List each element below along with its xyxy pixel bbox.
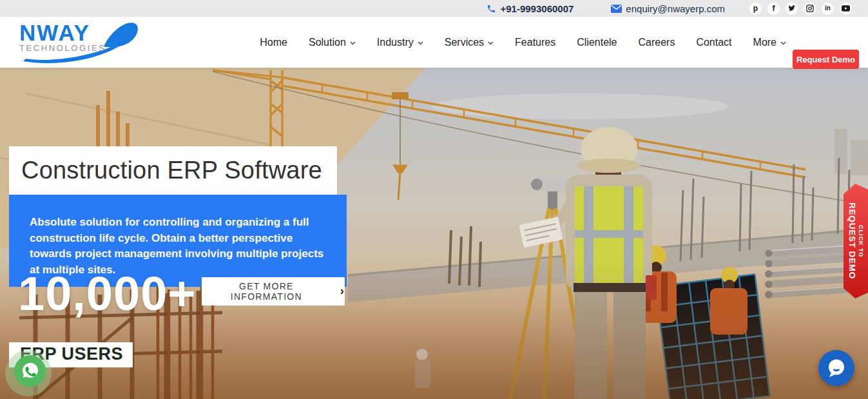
nav-item-industry[interactable]: Industry [377,37,423,48]
nav-item-home[interactable]: Home [260,37,287,48]
phone-icon [487,4,496,14]
chevron-right-icon: › [340,284,345,298]
email-address: enquiry@nwayerp.com [626,3,725,14]
facebook-icon[interactable]: f [767,3,780,15]
chevron-down-icon [488,41,494,45]
brand-tagline: TECHNOLOGIES [19,43,106,53]
nav-item-contact[interactable]: Contact [696,37,731,48]
nav-item-clientele[interactable]: Clientele [577,37,617,48]
brand-name: NWAY [19,21,106,44]
phone-number: +91-9993060007 [500,3,574,14]
linkedin-icon[interactable]: in [822,3,834,15]
brand-logo[interactable]: NWAY TECHNOLOGIES [19,21,142,64]
instagram-icon[interactable] [804,3,816,15]
email-link[interactable]: enquiry@nwayerp.com [611,3,725,14]
page-title: Construction ERP Software [21,157,322,184]
social-icons: p f in [749,3,852,15]
chat-bubble-icon [825,357,847,379]
phone-link[interactable]: +91-9993060007 [487,3,574,14]
request-demo-button[interactable]: Request Demo [793,50,859,69]
chevron-down-icon [780,41,786,45]
chevron-down-icon [418,41,423,45]
youtube-icon[interactable] [840,3,852,15]
main-nav: Home Solution Industry Services Features… [260,17,786,68]
nav-item-services[interactable]: Services [445,37,494,48]
hero-title-box: Construction ERP Software [9,146,337,195]
whatsapp-icon [20,361,41,382]
ribbon-click-to: CLICK TO [858,225,864,257]
top-utility-bar: +91-9993060007 enquiry@nwayerp.com p f i… [0,0,868,17]
envelope-icon [611,5,622,13]
pinterest-icon[interactable]: p [749,3,762,15]
erp-users-count: 10,000+ [18,266,197,321]
twitter-icon[interactable] [786,3,798,15]
chat-button[interactable] [818,350,854,386]
nav-item-careers[interactable]: Careers [639,37,675,48]
nav-item-solution[interactable]: Solution [309,37,356,48]
hero-section: Construction ERP Software Absolute solut… [0,68,868,399]
site-header: NWAY TECHNOLOGIES Home Solution Industry… [0,17,868,68]
ribbon-request-demo: REQUEST DEMO [847,202,857,279]
request-demo-ribbon[interactable]: CLICK TO REQUEST DEMO [844,184,868,298]
nav-item-features[interactable]: Features [515,37,555,48]
nav-item-more[interactable]: More [753,37,786,48]
chevron-down-icon [350,41,356,45]
get-more-information-button[interactable]: GET MORE INFORMATION › [202,277,345,306]
whatsapp-button[interactable] [14,355,46,387]
